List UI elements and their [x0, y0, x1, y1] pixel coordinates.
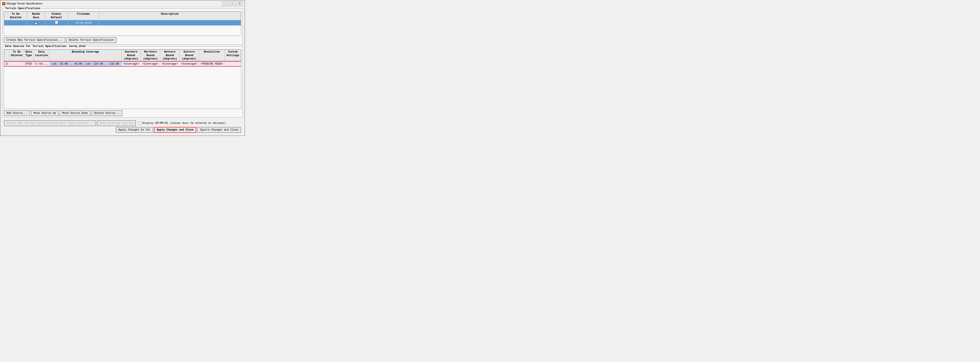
src-cell-resolution: <PENDING READ> [199, 62, 225, 66]
src-col-custom: CustomSettings [225, 50, 241, 62]
create-with-sources-button[interactable]: Create New Terrain Specification With Th… [4, 120, 96, 126]
main-window: R Manage Terrain Specifications – □ ✕ Te… [0, 0, 245, 136]
src-col-bounding: Bounding Coverage [49, 50, 121, 62]
src-col-western: WesternBound(degrees) [160, 50, 180, 62]
src-cell-num: 1 [4, 62, 10, 66]
apply-and-close-button[interactable]: Apply Changes and Close [154, 127, 196, 133]
app-icon: R [2, 2, 5, 5]
source-buttons: Add Source... Move Source Up Move Source… [4, 110, 241, 116]
sources-section-title: Data Sources For Terrain Specification: … [4, 45, 86, 48]
src-col-northern: NorthernBound(degrees) [141, 50, 160, 62]
delete-source-button[interactable]: Delete Source... [92, 110, 123, 116]
cell-needs-save: 💾 [27, 20, 45, 26]
src-cell-eastern: <Coverage> [180, 62, 199, 66]
app-icon-letter: R [3, 2, 5, 5]
col-global-default: GlobalDefault [45, 12, 68, 20]
cell-global-default [45, 20, 68, 26]
col-description: Description [99, 12, 241, 20]
src-col-eastern: EasternBound(degrees) [180, 50, 199, 62]
maximize-button[interactable]: □ [229, 2, 235, 6]
src-cell-data-type: DTED [24, 62, 33, 66]
footer-row1: Create New Terrain Specification With Th… [4, 120, 241, 126]
terrain-table: To BeDeleted NeedsSave GlobalDefault Fil… [4, 11, 241, 26]
col-needs-save: NeedsSave [27, 12, 45, 20]
col-filename: Filename [68, 12, 99, 20]
src-col-data-location: DataLocation [33, 50, 49, 62]
terrain-specifications-section: Terrain Specifications To BeDeleted Need… [2, 8, 243, 45]
footer: Create New Terrain Specification With Th… [2, 120, 243, 134]
cell-description [99, 20, 241, 26]
src-col-southern: SouthernBound(degrees) [121, 50, 141, 62]
src-col-resolution: Resolution [199, 50, 225, 62]
footer-row2: Apply Changes So Far Apply Changes and C… [4, 127, 241, 133]
terrain-section-title: Terrain Specifications [4, 7, 41, 10]
src-cell-custom [225, 62, 241, 66]
close-button[interactable]: ✕ [237, 2, 243, 6]
cell-to-be-deleted [4, 20, 27, 26]
source-row[interactable]: 1 DTED C:\Us... Lat: 33.00 .. 44.00, Lon… [4, 62, 241, 66]
terrain-table-container[interactable]: To BeDeleted NeedsSave GlobalDefault Fil… [4, 11, 241, 36]
src-cell-western: <Coverage> [160, 62, 180, 66]
display-ddmmss-checkbox[interactable] [138, 122, 142, 125]
view-coverage-button[interactable]: View Coverage Overlap [97, 120, 136, 126]
src-col-data-type: DataType [24, 50, 33, 62]
delete-terrain-button[interactable]: Delete Terrain Specification [66, 37, 116, 43]
add-source-button[interactable]: Add Source... [4, 110, 30, 116]
terrain-buttons: Create New Terrain Specification... Dele… [4, 37, 241, 43]
window-title: Manage Terrain Specifications [7, 2, 221, 5]
data-sources-section: Data Sources For Terrain Specification: … [2, 46, 243, 118]
window-body: Terrain Specifications To BeDeleted Need… [0, 7, 245, 136]
display-ddmmss-label[interactable]: Display DD/MM/SS (values must be entered… [138, 122, 226, 125]
src-cell-northern: <Coverage> [141, 62, 160, 66]
create-new-terrain-button[interactable]: Create New Terrain Specification... [4, 37, 65, 43]
src-col-num [4, 50, 10, 62]
minimize-button[interactable]: – [222, 2, 229, 6]
display-ddmmss-text: Display DD/MM/SS (values must be entered… [142, 122, 226, 125]
src-col-to-be-deleted: To BeDeleted [10, 50, 24, 62]
apply-so-far-button[interactable]: Apply Changes So Far [116, 127, 153, 133]
move-source-down-button[interactable]: Move Source Down [59, 110, 91, 116]
src-cell-bounding: Lat: 33.00 .. 44.00, Lon: 123.00 .. 132.… [49, 62, 121, 66]
col-to-be-deleted: To BeDeleted [4, 12, 27, 20]
sources-table: To BeDeleted DataType DataLocation Bound… [4, 49, 241, 66]
sources-table-container[interactable]: To BeDeleted DataType DataLocation Bound… [4, 49, 241, 109]
titlebar: R Manage Terrain Specifications – □ ✕ [0, 0, 245, 7]
src-cell-data-location: C:\Us... [33, 62, 49, 66]
src-cell-southern: <Coverage> [121, 62, 141, 66]
move-source-up-button[interactable]: Move Source Up [31, 110, 59, 116]
terrain-row[interactable]: 💾 korea_dted [4, 20, 241, 26]
ignore-and-close-button[interactable]: Ignore Changes and Close [197, 127, 241, 133]
src-cell-to-be-deleted [10, 62, 24, 66]
cell-filename: korea_dted [68, 20, 99, 26]
window-controls: – □ ✕ [222, 2, 243, 6]
